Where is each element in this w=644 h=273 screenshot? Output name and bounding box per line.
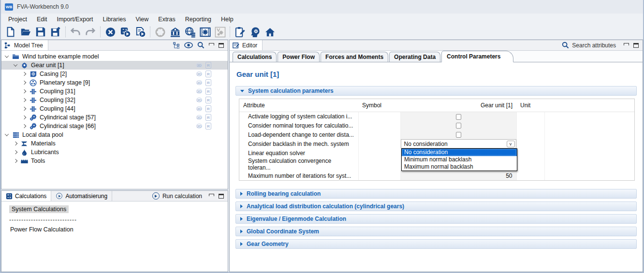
tree-item-coupling-32[interactable]: Coupling [32] 3DR <box>1 96 228 104</box>
minimize-panel-icon[interactable] <box>209 43 214 45</box>
tab-control-parameters[interactable]: Control Parameters <box>441 51 513 62</box>
dropdown-option-minimum-backlash[interactable]: Minimum normal backlash <box>402 156 517 163</box>
tree-item-cylindrical-stage-66[interactable]: Cylindrical stage [66] 3DR <box>1 122 228 130</box>
run-report-calculation-icon[interactable] <box>133 26 147 38</box>
section-system-calculation-parameters[interactable]: System calculation parameters <box>235 86 637 96</box>
collapse-icon[interactable] <box>5 54 9 57</box>
3d-view-icon[interactable]: 3D <box>196 71 203 77</box>
expand-icon[interactable] <box>22 124 26 128</box>
3d-view-icon[interactable]: 3D <box>196 106 203 112</box>
expand-icon[interactable] <box>22 81 26 85</box>
save-icon[interactable] <box>34 26 47 38</box>
open-model-icon[interactable] <box>19 26 32 38</box>
tab-model-tree[interactable]: Model Tree <box>1 40 48 50</box>
3d-view-icon[interactable]: 3D <box>196 62 203 68</box>
collapse-icon[interactable] <box>14 62 17 66</box>
report-icon[interactable]: R <box>205 105 211 112</box>
report-editor-icon[interactable] <box>233 26 247 38</box>
calculation-item-selected[interactable]: System Calculations <box>9 205 69 213</box>
tree-item-materials[interactable]: Materials <box>1 139 228 148</box>
maximize-panel-icon[interactable] <box>633 43 639 48</box>
menu-reporting[interactable]: Reporting <box>181 15 216 24</box>
undo-icon[interactable] <box>69 26 82 38</box>
3d-view-icon[interactable]: 3D <box>196 97 203 103</box>
report-icon[interactable]: R <box>205 79 211 86</box>
expand-icon[interactable] <box>22 98 26 102</box>
tree-item-cylindrical-stage-57[interactable]: Cylindrical stage [57] 3DR <box>1 113 228 122</box>
calculation-item[interactable]: Power Flow Calculation <box>9 226 228 233</box>
tab-power-flow[interactable]: Power Flow <box>278 52 320 62</box>
maximize-panel-icon[interactable] <box>219 43 224 48</box>
3d-view-icon[interactable]: 3D <box>196 88 203 94</box>
save-as-icon[interactable] <box>49 26 62 38</box>
tree-item-planetary-stage[interactable]: Planetary stage [9] 3DR <box>1 78 228 87</box>
3d-view-icon[interactable]: 3D <box>196 123 203 129</box>
bearing-calculation-icon[interactable] <box>153 26 167 38</box>
menu-view[interactable]: View <box>131 15 153 24</box>
cancel-calculation-icon[interactable] <box>103 26 117 38</box>
minimize-panel-icon[interactable] <box>209 194 214 196</box>
menu-help[interactable]: Help <box>217 15 238 24</box>
global-database-icon[interactable] <box>183 26 197 38</box>
maximize-panel-icon[interactable] <box>219 194 224 199</box>
collapse-icon[interactable] <box>5 132 9 136</box>
menu-import-export[interactable]: Import/Export <box>52 15 97 24</box>
tab-calculations-editor[interactable]: Calculations <box>233 52 277 62</box>
expand-icon[interactable] <box>22 89 26 93</box>
3d-view-icon[interactable]: 3D <box>196 115 203 120</box>
expand-icon[interactable] <box>22 107 26 111</box>
tree-item-gear-unit[interactable]: Gear unit [1] 3DR <box>1 61 228 70</box>
backlash-combobox[interactable]: No consideration v <box>401 139 516 148</box>
tree-item-wind-turbine[interactable]: Wind turbine example model <box>1 52 228 61</box>
tree-item-casing[interactable]: Casing [2] 3DR <box>1 70 228 78</box>
report-icon[interactable]: R <box>205 97 211 103</box>
dropdown-option-maximum-backlash[interactable]: Maximum normal backlash <box>402 163 517 171</box>
menu-edit[interactable]: Edit <box>32 15 52 24</box>
dropdown-arrow-icon[interactable]: v <box>507 141 515 147</box>
redo-icon[interactable] <box>84 26 97 38</box>
search-icon[interactable] <box>197 42 205 49</box>
tree-item-coupling-31[interactable]: Coupling [31] 3DR <box>1 87 228 96</box>
expand-icon[interactable] <box>14 142 17 145</box>
report-icon[interactable]: R <box>205 88 211 95</box>
fva-bank-icon[interactable] <box>168 26 182 38</box>
report-icon[interactable]: R <box>205 71 211 77</box>
dropdown-option-no-consideration[interactable]: No consideration <box>402 149 517 156</box>
run-calculation-button[interactable]: Run calculation <box>152 191 209 201</box>
tab-automatisierung[interactable]: Automatisierung <box>51 191 112 201</box>
3d-view-icon[interactable]: 3D <box>196 80 203 86</box>
report-icon[interactable]: R <box>205 114 211 121</box>
search-attributes-button[interactable]: Search attributes <box>562 40 624 50</box>
home-icon[interactable] <box>263 26 277 38</box>
section-gear-geometry[interactable]: Gear Geometry <box>235 239 637 249</box>
knowledge-base-icon[interactable] <box>248 26 262 38</box>
checkbox[interactable] <box>456 123 461 129</box>
tab-editor[interactable]: Editor <box>230 40 263 50</box>
tab-forces-and-moments[interactable]: Forces and Moments <box>321 52 388 62</box>
tree-item-lubricants[interactable]: Lubricants <box>1 148 228 157</box>
iterations-value[interactable]: 50 <box>404 172 513 179</box>
menu-libraries[interactable]: Libraries <box>98 15 130 24</box>
expand-icon[interactable] <box>14 159 17 163</box>
section-eigenvalue-eigenmode[interactable]: Eigenvalue / Eigenmode Calculation <box>235 214 637 224</box>
menu-extras[interactable]: Extras <box>154 15 179 24</box>
menu-project[interactable]: Project <box>4 15 31 24</box>
model-blueprint-icon[interactable] <box>198 26 212 38</box>
expand-icon[interactable] <box>22 115 26 119</box>
tree-item-tools[interactable]: Tools <box>1 157 228 165</box>
tree-item-coupling-44[interactable]: Coupling [44] 3DR <box>1 104 228 113</box>
link-model-icon[interactable] <box>173 42 180 49</box>
checkbox[interactable] <box>456 114 461 120</box>
tab-operating-data[interactable]: Operating Data <box>389 52 440 62</box>
tree-item-local-data-pool[interactable]: Local data pool <box>1 130 228 139</box>
expand-icon[interactable] <box>14 150 17 154</box>
minimize-panel-icon[interactable] <box>624 43 629 45</box>
run-calculation-icon[interactable] <box>118 26 132 38</box>
section-global-coordinate-system[interactable]: Global Coordinate System <box>235 227 637 236</box>
new-document-icon[interactable] <box>4 26 17 38</box>
expand-icon[interactable] <box>22 72 26 76</box>
tab-calculations[interactable]: Calculations <box>1 191 51 201</box>
checkbox[interactable] <box>456 132 461 138</box>
report-icon[interactable]: R <box>205 123 211 129</box>
eye-icon[interactable] <box>184 42 193 48</box>
